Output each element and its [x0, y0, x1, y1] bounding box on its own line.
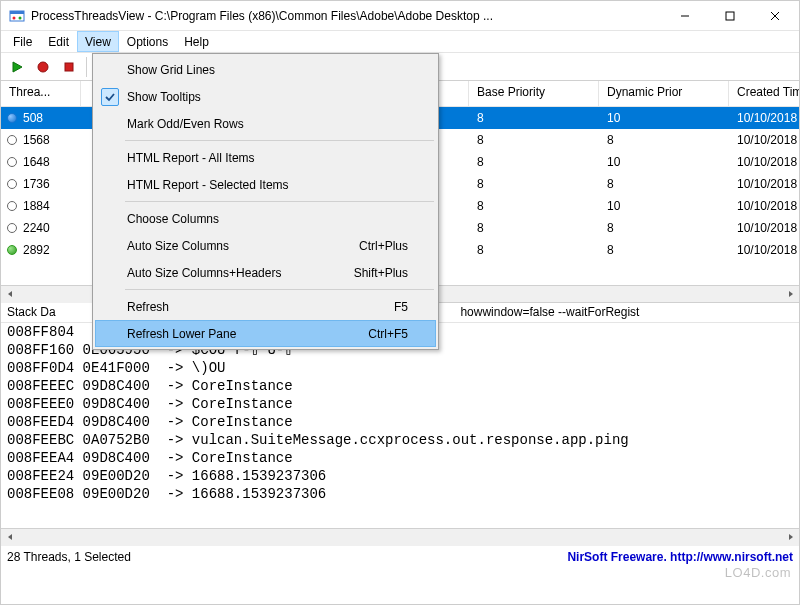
menu-file[interactable]: File: [5, 31, 40, 52]
thread-status-icon: [7, 201, 17, 211]
svg-rect-5: [726, 12, 734, 20]
record-button[interactable]: [31, 55, 55, 79]
svg-point-2: [13, 16, 16, 19]
cell-dynamic-priority: 8: [599, 133, 729, 147]
cell-created: 10/10/2018: [729, 111, 799, 125]
menubar: File Edit View Options Help: [1, 31, 799, 53]
col-dynamic-priority[interactable]: Dynamic Prior: [599, 81, 729, 106]
cell-dynamic-priority: 10: [599, 111, 729, 125]
cell-created: 10/10/2018: [729, 221, 799, 235]
stack-lines: 008FF804 008FF160 0E065950 -> $COU f-▯ U…: [1, 323, 799, 528]
cell-base-priority: 8: [469, 243, 599, 257]
status-right[interactable]: NirSoft Freeware. http://www.nirsoft.net: [567, 550, 793, 564]
menu-separator: [125, 289, 434, 290]
thread-status-icon: [7, 135, 17, 145]
cell-dynamic-priority: 10: [599, 155, 729, 169]
thread-id: 2892: [23, 243, 50, 257]
menu-auto-size-columns[interactable]: Auto Size ColumnsCtrl+Plus: [95, 232, 436, 259]
cell-base-priority: 8: [469, 177, 599, 191]
cell-dynamic-priority: 8: [599, 221, 729, 235]
thread-id: 1568: [23, 133, 50, 147]
cell-base-priority: 8: [469, 155, 599, 169]
menu-choose-columns[interactable]: Choose Columns: [95, 205, 436, 232]
scroll-right-icon[interactable]: [782, 529, 799, 546]
svg-point-3: [19, 16, 22, 19]
scroll-left-icon[interactable]: [1, 286, 18, 303]
stack-header-tail: howwindow=false --waitForRegist: [460, 305, 639, 319]
maximize-button[interactable]: [707, 1, 752, 30]
svg-rect-1: [10, 11, 24, 14]
scroll-left-icon[interactable]: [1, 529, 18, 546]
svg-rect-10: [65, 63, 73, 71]
watermark: LO4D.com: [725, 565, 791, 580]
menu-html-all[interactable]: HTML Report - All Items: [95, 144, 436, 171]
cell-created: 10/10/2018: [729, 133, 799, 147]
toolbar-separator: [86, 57, 87, 77]
status-left: 28 Threads, 1 Selected: [7, 550, 131, 564]
app-icon: [9, 8, 25, 24]
cell-created: 10/10/2018: [729, 199, 799, 213]
menu-refresh[interactable]: RefreshF5: [95, 293, 436, 320]
cell-dynamic-priority: 8: [599, 177, 729, 191]
thread-status-icon: [7, 223, 17, 233]
stack-hscroll[interactable]: [1, 528, 799, 545]
menu-auto-size-columns-headers[interactable]: Auto Size Columns+HeadersShift+Plus: [95, 259, 436, 286]
window-title: ProcessThreadsView - C:\Program Files (x…: [31, 9, 662, 23]
cell-base-priority: 8: [469, 133, 599, 147]
cell-dynamic-priority: 8: [599, 243, 729, 257]
cell-base-priority: 8: [469, 199, 599, 213]
menu-show-tooltips[interactable]: Show Tooltips: [95, 83, 436, 110]
thread-id: 1884: [23, 199, 50, 213]
thread-status-icon: [7, 179, 17, 189]
thread-id: 1648: [23, 155, 50, 169]
minimize-button[interactable]: [662, 1, 707, 30]
menu-show-grid-lines[interactable]: Show Grid Lines: [95, 56, 436, 83]
menu-view[interactable]: View: [77, 31, 119, 52]
cell-created: 10/10/2018: [729, 177, 799, 191]
cell-dynamic-priority: 10: [599, 199, 729, 213]
menu-options[interactable]: Options: [119, 31, 176, 52]
thread-id: 508: [23, 111, 43, 125]
cell-base-priority: 8: [469, 111, 599, 125]
thread-id: 2240: [23, 221, 50, 235]
thread-status-icon: [7, 157, 17, 167]
play-button[interactable]: [5, 55, 29, 79]
thread-id: 1736: [23, 177, 50, 191]
thread-status-icon: [7, 113, 17, 123]
svg-point-9: [38, 62, 48, 72]
svg-marker-15: [8, 534, 12, 540]
menu-separator: [125, 201, 434, 202]
col-created[interactable]: Created Tim: [729, 81, 799, 106]
svg-marker-14: [789, 291, 793, 297]
scroll-right-icon[interactable]: [782, 286, 799, 303]
menu-refresh-lower-pane[interactable]: Refresh Lower PaneCtrl+F5: [95, 320, 436, 347]
titlebar: ProcessThreadsView - C:\Program Files (x…: [1, 1, 799, 31]
svg-marker-16: [789, 534, 793, 540]
close-button[interactable]: [752, 1, 797, 30]
view-dropdown: Show Grid Lines Show Tooltips Mark Odd/E…: [92, 53, 439, 350]
menu-edit[interactable]: Edit: [40, 31, 77, 52]
menu-html-selected[interactable]: HTML Report - Selected Items: [95, 171, 436, 198]
col-thread[interactable]: Threa...: [1, 81, 81, 106]
stop-button[interactable]: [57, 55, 81, 79]
menu-separator: [125, 140, 434, 141]
cell-created: 10/10/2018: [729, 155, 799, 169]
status-bar: 28 Threads, 1 Selected NirSoft Freeware.…: [1, 545, 799, 567]
cell-base-priority: 8: [469, 221, 599, 235]
svg-marker-8: [13, 62, 22, 72]
col-base-priority[interactable]: Base Priority: [469, 81, 599, 106]
menu-mark-odd-even[interactable]: Mark Odd/Even Rows: [95, 110, 436, 137]
cell-created: 10/10/2018: [729, 243, 799, 257]
check-icon: [101, 88, 119, 106]
thread-status-icon: [7, 245, 17, 255]
svg-marker-11: [8, 291, 12, 297]
stack-header: Stack Da: [7, 305, 56, 319]
menu-help[interactable]: Help: [176, 31, 217, 52]
